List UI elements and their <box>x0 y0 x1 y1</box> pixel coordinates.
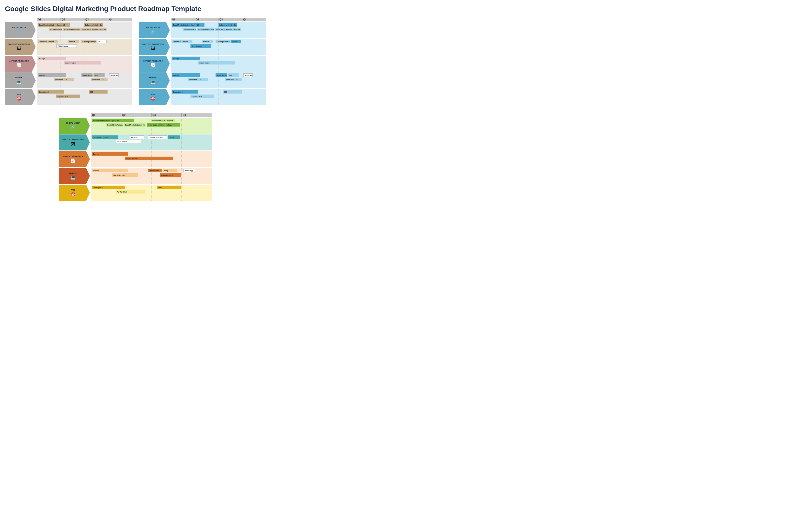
quarter-label-q3: Q3 <box>219 18 242 21</box>
task-bar: Social Media Initiative – Spring 2.0 <box>124 123 146 127</box>
row-label-text: WEB <box>71 189 75 191</box>
task-line: Sponsored ContentWebinarLanding Redesign… <box>172 40 265 44</box>
task-line: WebsiteMobile AlertsBlogMobile App <box>172 73 265 77</box>
task-line: Social Media TakeoverSocial Media Initia… <box>38 28 130 31</box>
row-content: SurveysImpact Studies <box>37 56 131 72</box>
task-bar: Mobile App <box>109 73 118 77</box>
row-content: WebsiteMobile AlertsBlogMobile AppNewsle… <box>37 72 131 89</box>
task-bar: eBook <box>168 135 180 139</box>
roadmap-row: SOCIAL MEDIA🔗Social Media Initiative – S… <box>139 22 266 38</box>
row-label-icon: 💻 <box>151 79 156 84</box>
quarter-label-q2: Q2 <box>121 113 152 117</box>
row-label-icon: 🎯 <box>71 192 75 196</box>
task-bar: Influencer Collab – Summer <box>151 119 175 122</box>
row-label: CONTENT MARKETING🖼 <box>5 39 36 55</box>
task-bar: Blog <box>228 73 239 77</box>
task-line: Newsletter – 1.0Newsletter – 2.0 <box>172 78 265 82</box>
row-label-text: ONLINE <box>15 76 22 79</box>
roadmap-top-right: Q1Q2Q3Q4SOCIAL MEDIA🔗Social Media Initia… <box>139 18 266 106</box>
task-bar: Social Media Initiative – Spring 1.0 <box>38 23 70 27</box>
row-label-text: CONTENT MARKETING <box>8 43 30 45</box>
roadmap-row: WEB🎯DevelopmentSEOPay-Per-Click <box>59 185 212 201</box>
row-content: DevelopmentSEOPay-Per-Click <box>91 185 212 201</box>
task-bar: Newsletter – 2.0 <box>91 78 107 81</box>
row-label-text: ONLINE <box>149 76 157 79</box>
row-label-icon: 📈 <box>151 63 156 67</box>
row-content: SurveysImpact Studies <box>171 56 266 72</box>
roadmap-row: CONTENT MARKETING🖼Sponsored ContentWebin… <box>139 39 266 55</box>
task-line: White Papers <box>38 44 130 48</box>
row-label: SOCIAL MEDIA🔗 <box>5 22 36 38</box>
row-label-text: CONTENT MARKETING <box>142 43 164 45</box>
task-bar: Newsletter – 1.0 <box>112 173 138 177</box>
row-label-icon: 🎯 <box>151 96 156 101</box>
row-label: ONLINE💻 <box>139 72 170 89</box>
task-line: Pay-Per-Click <box>92 190 211 194</box>
task-line: Newsletter – 1.0Newsletter – 2.0 <box>38 78 130 82</box>
row-content: SurveysImpact Studies <box>91 151 212 167</box>
row-label: MARKET RESEARCH📈 <box>139 56 170 72</box>
row-label-text: MARKET RESEARCH <box>143 60 163 62</box>
task-bar: Mobile Alerts <box>81 73 92 77</box>
task-bar: Influencer Collab – Summer <box>84 23 103 27</box>
task-line: Social Media Initiative – Spring 1.0Infl… <box>38 23 130 27</box>
roadmap-row: SOCIAL MEDIA🔗Social Media Initiative – S… <box>59 118 212 134</box>
task-line: White Papers <box>172 44 265 48</box>
task-line: Social Media Initiative – Spring 1.0Infl… <box>92 119 211 123</box>
roadmap-top-left: Q1Q2Q3Q4SOCIAL MEDIA🔗Social Media Initia… <box>5 18 131 106</box>
task-bar: White Papers <box>116 140 142 143</box>
task-bar: Impact Studies <box>64 61 101 64</box>
task-bar: Social Media Initiative – Spring 1.0 <box>172 23 205 27</box>
task-bar: Pay-Per-Click <box>56 95 79 98</box>
task-line: DevelopmentSEO <box>172 90 265 94</box>
roadmap-row: WEB🎯DevelopmentSEOPay-Per-Click <box>5 89 131 105</box>
task-bar: Sponsored Content <box>38 40 58 43</box>
task-line: Newsletter – 1.0Newsletter – 2.0 <box>92 173 211 177</box>
row-label-icon: 🔗 <box>151 29 156 34</box>
task-bar: SEO <box>223 90 241 94</box>
row-label: CONTENT MARKETING🖼 <box>59 135 90 150</box>
task-bar: Mobile App <box>183 169 195 172</box>
task-bar: Impact Studies <box>198 61 235 64</box>
task-bar: Website <box>172 73 200 77</box>
row-label: MARKET RESEARCH📈 <box>59 151 90 167</box>
task-line: Social Media Initiative – Spring 1.0Infl… <box>172 23 265 27</box>
row-label: ONLINE💻 <box>59 168 90 184</box>
roadmap-row: CONTENT MARKETING🖼Sponsored ContentWebin… <box>59 135 212 150</box>
row-label-icon: 🔗 <box>16 29 21 34</box>
task-line: Social Media TakeoverSocial Media Initia… <box>92 123 211 127</box>
task-line: Surveys <box>172 57 265 60</box>
quarter-label-q3: Q3 <box>152 113 182 117</box>
task-bar: Mobile Alerts <box>216 73 227 77</box>
task-bar: Impact Studies <box>125 157 173 160</box>
row-label: MARKET RESEARCH📈 <box>5 56 36 72</box>
row-content: WebsiteMobile AlertsBlogMobile AppNewsle… <box>91 168 212 184</box>
task-line: Social Media TakeoverSocial Media Initia… <box>172 28 265 31</box>
task-bar: Social Media Takeover <box>49 28 62 31</box>
task-bar: Sponsored Content <box>172 40 193 43</box>
task-line: Sponsored ContentWebinarLanding Redesign… <box>92 135 211 139</box>
task-line: Surveys <box>92 152 211 156</box>
task-line: Impact Studies <box>92 157 211 161</box>
task-bar: Newsletter – 2.0 <box>225 78 242 81</box>
quarter-label-q1: Q1 <box>91 113 121 117</box>
task-bar: Pay-Per-Click <box>116 190 146 193</box>
task-bar: Surveys <box>38 57 66 60</box>
row-content: Social Media Initiative – Spring 1.0Infl… <box>37 22 131 38</box>
task-bar: eBook <box>231 40 241 43</box>
task-line: Impact Studies <box>38 61 130 65</box>
task-bar: Mobile App <box>243 73 253 77</box>
row-label-icon: 📈 <box>71 158 75 163</box>
row-label-icon: 💻 <box>71 175 75 180</box>
row-content: DevelopmentSEOPay-Per-Click <box>171 89 266 105</box>
row-content: Sponsored ContentWebinarLanding Redesign… <box>37 39 131 55</box>
row-label-icon: 📈 <box>16 63 21 67</box>
row-label-text: SOCIAL MEDIA <box>146 26 160 29</box>
quarter-label-q4: Q4 <box>242 18 266 21</box>
task-bar: Social Media Takeover <box>183 28 196 31</box>
quarter-label-q1: Q1 <box>171 18 195 21</box>
row-label-text: WEB <box>16 93 21 96</box>
row-content: WebsiteMobile AlertsBlogMobile AppNewsle… <box>171 72 266 89</box>
task-bar: SEO <box>89 90 107 94</box>
task-bar: Development <box>92 186 125 189</box>
